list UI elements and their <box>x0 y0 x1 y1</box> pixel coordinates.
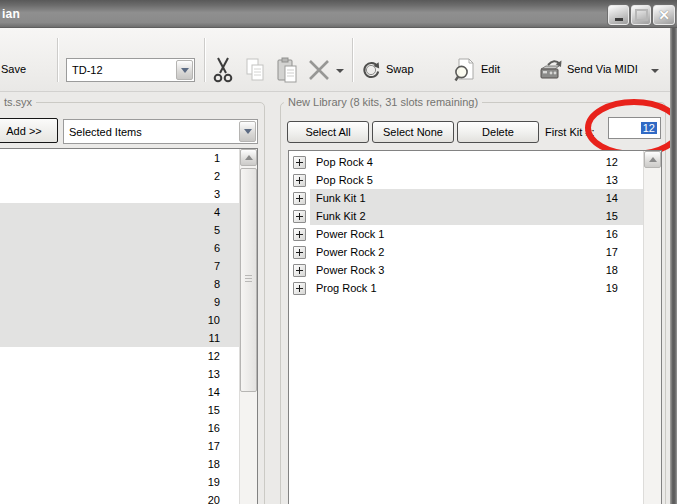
kit-row[interactable]: Funk Kit 215 <box>289 207 644 225</box>
delete-icon <box>307 58 331 82</box>
scroll-up-button[interactable] <box>644 151 661 168</box>
kit-row[interactable]: Funk Kit 114 <box>289 189 644 207</box>
slot-row[interactable]: 14 <box>0 383 240 401</box>
chevron-down-icon <box>336 69 344 73</box>
slot-row[interactable]: 19 <box>0 473 240 491</box>
kit-name: Power Rock 1 <box>310 228 606 240</box>
source-list-rows: 1234567891011121314151617181920 <box>0 149 240 504</box>
expand-plus-icon[interactable] <box>293 246 306 259</box>
slot-number: 10 <box>0 314 240 326</box>
slot-row[interactable]: 1 <box>0 149 240 167</box>
slot-number: 13 <box>0 368 240 380</box>
delete-button[interactable]: Delete <box>457 121 539 143</box>
slot-row[interactable]: 20 <box>0 491 240 504</box>
kit-slot-number: 17 <box>606 246 644 258</box>
slot-row[interactable]: 17 <box>0 437 240 455</box>
kit-row[interactable]: Power Rock 116 <box>289 225 644 243</box>
kit-tree-scrollbar[interactable] <box>643 151 661 504</box>
minimize-button[interactable] <box>608 5 629 25</box>
select-all-button[interactable]: Select All <box>287 121 369 143</box>
copy-button[interactable] <box>242 56 268 84</box>
kit-name: Pop Rock 5 <box>310 174 606 186</box>
save-button[interactable]: Save <box>1 63 26 75</box>
kit-slot-number: 12 <box>606 156 644 168</box>
slot-number: 8 <box>0 278 240 290</box>
expand-plus-icon[interactable] <box>293 228 306 241</box>
select-none-button[interactable]: Select None <box>372 121 454 143</box>
expand-plus-icon[interactable] <box>293 210 306 223</box>
delete-dropdown-button[interactable] <box>335 66 345 76</box>
source-list-scrollbar[interactable] <box>239 149 257 504</box>
send-midi-dropdown-button[interactable] <box>649 66 661 76</box>
swap-button-label[interactable]: Swap <box>386 63 414 75</box>
maximize-button[interactable] <box>631 5 651 25</box>
expand-plus-icon[interactable] <box>293 174 306 187</box>
slot-row[interactable]: 15 <box>0 401 240 419</box>
send-midi-button-label[interactable]: Send Via MIDI <box>567 63 638 75</box>
close-button[interactable]: ✕ <box>653 5 675 25</box>
first-kit-input[interactable]: 12 <box>608 117 661 139</box>
kit-slot-number: 19 <box>606 282 644 294</box>
send-midi-button[interactable] <box>537 55 565 85</box>
source-group-label: ts.syx <box>0 96 36 108</box>
expand-plus-icon[interactable] <box>293 264 306 277</box>
slot-number: 20 <box>0 494 240 504</box>
kit-row[interactable]: Pop Rock 412 <box>289 153 644 171</box>
kit-name: Funk Kit 1 <box>310 192 606 204</box>
expand-plus-icon[interactable] <box>293 192 306 205</box>
slot-number: 1 <box>0 152 240 164</box>
edit-button[interactable] <box>451 55 477 85</box>
slot-row[interactable]: 18 <box>0 455 240 473</box>
slot-number: 18 <box>0 458 240 470</box>
slot-row[interactable]: 16 <box>0 419 240 437</box>
kit-row-band: Prog Rock 119 <box>310 279 644 297</box>
slot-row[interactable]: 12 <box>0 347 240 365</box>
kit-tree-rows: Pop Rock 412Pop Rock 513Funk Kit 114Funk… <box>289 153 644 504</box>
paste-button[interactable] <box>274 55 300 85</box>
slot-number: 12 <box>0 350 240 362</box>
expand-plus-icon[interactable] <box>293 156 306 169</box>
edit-button-label[interactable]: Edit <box>481 63 500 75</box>
slot-number: 4 <box>0 206 240 218</box>
items-select[interactable]: Selected Items <box>63 119 258 144</box>
slot-row[interactable]: 2 <box>0 167 240 185</box>
chevron-down-icon[interactable] <box>176 60 193 80</box>
cut-button[interactable] <box>211 56 235 84</box>
slot-row[interactable]: 13 <box>0 365 240 383</box>
kit-name: Pop Rock 4 <box>310 156 606 168</box>
chevron-down-icon[interactable] <box>239 121 256 142</box>
kit-row-band: Pop Rock 513 <box>310 171 644 189</box>
expand-plus-icon[interactable] <box>293 282 306 295</box>
kit-row-band: Power Rock 318 <box>310 261 644 279</box>
device-select-value: TD-12 <box>67 64 175 76</box>
kit-name: Prog Rock 1 <box>310 282 606 294</box>
kit-name: Power Rock 2 <box>310 246 606 258</box>
scroll-up-button[interactable] <box>240 149 257 166</box>
slot-row[interactable]: 9 <box>0 293 240 311</box>
kit-row[interactable]: Power Rock 217 <box>289 243 644 261</box>
paste-icon <box>275 57 299 84</box>
slot-row[interactable]: 4 <box>0 203 240 221</box>
window-title: ian <box>2 7 20 21</box>
device-select[interactable]: TD-12 <box>66 58 195 82</box>
scroll-up-icon <box>245 155 253 160</box>
toolbar-separator <box>57 38 58 82</box>
maximize-icon <box>635 9 648 21</box>
slot-row[interactable]: 6 <box>0 239 240 257</box>
slot-number: 2 <box>0 170 240 182</box>
kit-row[interactable]: Pop Rock 513 <box>289 171 644 189</box>
slot-row[interactable]: 5 <box>0 221 240 239</box>
slot-number: 5 <box>0 224 240 236</box>
scrollbar-thumb[interactable] <box>240 168 257 392</box>
kit-row[interactable]: Power Rock 318 <box>289 261 644 279</box>
delete-tool-button[interactable] <box>306 58 332 82</box>
slot-row[interactable]: 8 <box>0 275 240 293</box>
slot-row[interactable]: 3 <box>0 185 240 203</box>
kit-row[interactable]: Prog Rock 119 <box>289 279 644 297</box>
kit-row-band: Funk Kit 215 <box>310 207 644 225</box>
slot-row[interactable]: 11 <box>0 329 240 347</box>
slot-row[interactable]: 10 <box>0 311 240 329</box>
add-button[interactable]: Add >> <box>0 118 58 143</box>
swap-button[interactable] <box>359 58 383 82</box>
slot-row[interactable]: 7 <box>0 257 240 275</box>
